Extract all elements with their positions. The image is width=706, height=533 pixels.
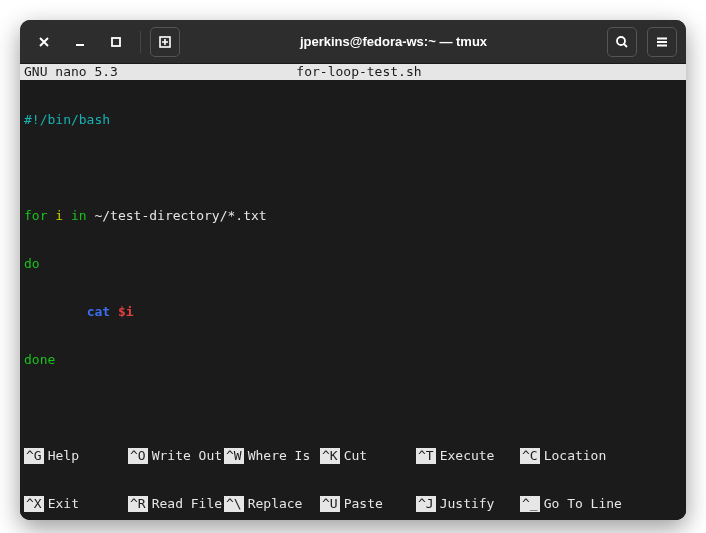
code-glob: ~/test-directory/*.txt xyxy=(87,208,267,223)
close-icon xyxy=(36,34,52,50)
shortcut-label: Go To Line xyxy=(544,496,622,512)
shortcut-label: Write Out xyxy=(152,448,222,464)
shortcut-key: ^X xyxy=(24,496,44,512)
close-button[interactable] xyxy=(29,27,59,57)
shortcut-cell: ^JJustify xyxy=(416,496,520,512)
terminal-viewport[interactable]: GNU nano 5.3 for-loop-test.sh #!/bin/bas… xyxy=(20,64,686,520)
shortcut-key: ^W xyxy=(224,448,244,464)
code-indent xyxy=(24,304,87,319)
code-shebang: #!/bin/bash xyxy=(24,112,110,127)
shortcut-label: Cut xyxy=(344,448,367,464)
shortcut-cell: ^RRead File xyxy=(128,496,224,512)
nano-status: [ Read 6 lines ] xyxy=(20,400,686,416)
shortcut-key: ^O xyxy=(128,448,148,464)
new-tab-icon xyxy=(157,34,173,50)
nano-header: GNU nano 5.3 for-loop-test.sh xyxy=(20,64,686,80)
nano-editor-body[interactable]: #!/bin/bash for i in ~/test-directory/*.… xyxy=(20,80,686,400)
shortcut-label: Justify xyxy=(440,496,495,512)
shortcut-label: Location xyxy=(544,448,607,464)
shortcut-key: ^\ xyxy=(224,496,244,512)
shortcut-key: ^K xyxy=(320,448,340,464)
shortcut-cell: ^WWhere Is xyxy=(224,448,320,464)
shortcut-key: ^T xyxy=(416,448,436,464)
shortcut-label: Execute xyxy=(440,448,495,464)
titlebar: jperkins@fedora-ws:~ — tmux xyxy=(20,20,686,64)
shortcut-cell: ^OWrite Out xyxy=(128,448,224,464)
shortcut-row-2: ^XExit^RRead File^\Replace^UPaste^JJusti… xyxy=(20,496,686,512)
code-cat-cmd: cat xyxy=(87,304,118,319)
minimize-button[interactable] xyxy=(65,27,95,57)
code-var: i xyxy=(47,208,70,223)
code-arg: $i xyxy=(118,304,134,319)
titlebar-divider xyxy=(140,31,141,53)
window-title: jperkins@fedora-ws:~ — tmux xyxy=(183,34,604,49)
code-in-keyword: in xyxy=(71,208,87,223)
shortcut-key: ^U xyxy=(320,496,340,512)
shortcut-key: ^C xyxy=(520,448,540,464)
maximize-icon xyxy=(108,34,124,50)
svg-rect-0 xyxy=(112,38,120,46)
shortcut-cell: ^TExecute xyxy=(416,448,520,464)
code-for-keyword: for xyxy=(24,208,47,223)
code-done-keyword: done xyxy=(24,352,55,367)
shortcut-cell: ^_Go To Line xyxy=(520,496,616,512)
nano-app-label: GNU nano 5.3 xyxy=(24,64,126,80)
shortcut-key: ^R xyxy=(128,496,148,512)
shortcut-cell: ^CLocation xyxy=(520,448,616,464)
nano-shortcut-bar: ^GHelp^OWrite Out^WWhere Is^KCut^TExecut… xyxy=(20,416,686,520)
shortcut-label: Exit xyxy=(48,496,79,512)
shortcut-key: ^J xyxy=(416,496,436,512)
shortcut-cell: ^XExit xyxy=(24,496,128,512)
shortcut-cell: ^GHelp xyxy=(24,448,128,464)
shortcut-label: Where Is xyxy=(248,448,311,464)
shortcut-key: ^G xyxy=(24,448,44,464)
shortcut-cell: ^\Replace xyxy=(224,496,320,512)
shortcut-cell: ^KCut xyxy=(320,448,416,464)
shortcut-key: ^_ xyxy=(520,496,540,512)
minimize-icon xyxy=(72,34,88,50)
hamburger-icon xyxy=(654,34,670,50)
terminal-window: jperkins@fedora-ws:~ — tmux GNU nano 5.3… xyxy=(20,20,686,520)
shortcut-label: Paste xyxy=(344,496,383,512)
shortcut-label: Help xyxy=(48,448,79,464)
shortcut-label: Replace xyxy=(248,496,303,512)
svg-point-2 xyxy=(617,37,625,45)
nano-filename: for-loop-test.sh xyxy=(126,64,592,80)
search-button[interactable] xyxy=(607,27,637,57)
new-tab-button[interactable] xyxy=(150,27,180,57)
shortcut-row-1: ^GHelp^OWrite Out^WWhere Is^KCut^TExecut… xyxy=(20,448,686,464)
search-icon xyxy=(614,34,630,50)
maximize-button[interactable] xyxy=(101,27,131,57)
shortcut-cell: ^UPaste xyxy=(320,496,416,512)
shortcut-label: Read File xyxy=(152,496,222,512)
menu-button[interactable] xyxy=(647,27,677,57)
code-do-keyword: do xyxy=(24,256,40,271)
